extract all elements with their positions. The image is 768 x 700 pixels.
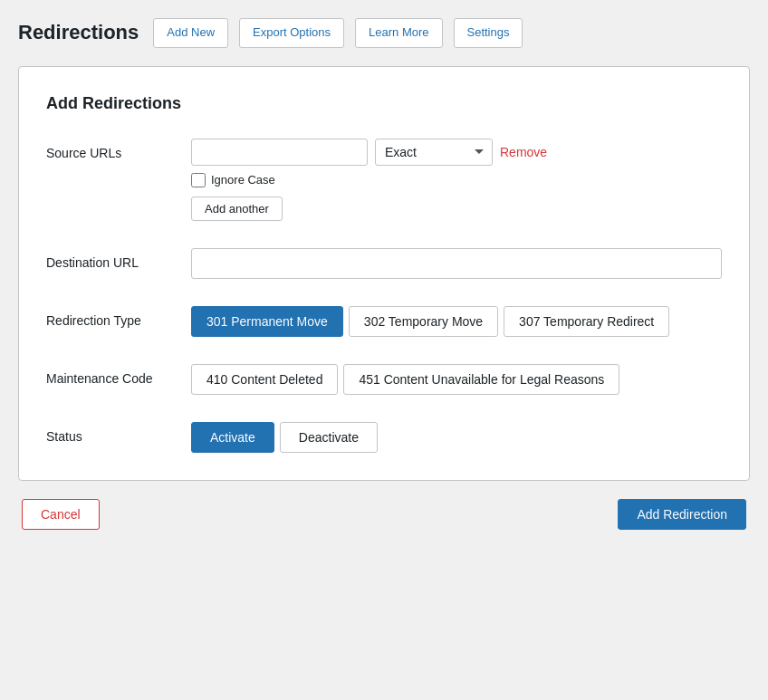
status-label: Status [46, 422, 191, 444]
maintenance-btn-451[interactable]: 451 Content Unavailable for Legal Reason… [343, 364, 619, 395]
add-redirection-button[interactable]: Add Redirection [618, 499, 746, 530]
maintenance-code-control: 410 Content Deleted 451 Content Unavaila… [191, 364, 722, 395]
redirection-type-btn-group: 301 Permanent Move 302 Temporary Move 30… [191, 306, 722, 337]
ignore-case-label[interactable]: Ignore Case [211, 173, 275, 187]
add-redirections-card: Add Redirections Source URLs Exact Regex… [18, 66, 750, 481]
add-new-button[interactable]: Add New [153, 18, 228, 48]
add-another-button[interactable]: Add another [191, 197, 283, 221]
maintenance-code-label: Maintenance Code [46, 364, 191, 386]
card-title: Add Redirections [46, 94, 722, 113]
deactivate-button[interactable]: Deactivate [280, 422, 378, 453]
maintenance-btn-410[interactable]: 410 Content Deleted [191, 364, 338, 395]
cancel-button[interactable]: Cancel [22, 499, 100, 530]
status-row: Status Activate Deactivate [46, 422, 722, 453]
page-title: Redirections [18, 21, 139, 44]
settings-button[interactable]: Settings [454, 18, 523, 48]
redirection-type-row: Redirection Type 301 Permanent Move 302 … [46, 306, 722, 337]
status-control: Activate Deactivate [191, 422, 722, 453]
source-urls-label: Source URLs [46, 139, 191, 160]
destination-url-control [191, 248, 722, 279]
export-options-button[interactable]: Export Options [239, 18, 344, 48]
type-btn-307[interactable]: 307 Temporary Redirect [504, 306, 669, 337]
source-urls-control: Exact Regex Contains Remove Ignore Case … [191, 139, 722, 221]
destination-url-row: Destination URL [46, 248, 722, 279]
source-urls-row: Source URLs Exact Regex Contains Remove … [46, 139, 722, 221]
match-type-select[interactable]: Exact Regex Contains [375, 139, 493, 166]
remove-link[interactable]: Remove [500, 145, 547, 159]
maintenance-code-row: Maintenance Code 410 Content Deleted 451… [46, 364, 722, 395]
learn-more-button[interactable]: Learn More [355, 18, 442, 48]
source-url-input-row: Exact Regex Contains Remove [191, 139, 722, 166]
destination-url-input[interactable] [191, 248, 722, 279]
type-btn-301[interactable]: 301 Permanent Move [191, 306, 343, 337]
footer-actions: Cancel Add Redirection [18, 499, 750, 530]
redirection-type-label: Redirection Type [46, 306, 191, 328]
status-btn-group: Activate Deactivate [191, 422, 722, 453]
maintenance-code-btn-group: 410 Content Deleted 451 Content Unavaila… [191, 364, 722, 395]
activate-button[interactable]: Activate [191, 422, 274, 453]
destination-url-label: Destination URL [46, 248, 191, 270]
ignore-case-checkbox[interactable] [191, 173, 206, 187]
redirection-type-control: 301 Permanent Move 302 Temporary Move 30… [191, 306, 722, 337]
type-btn-302[interactable]: 302 Temporary Move [349, 306, 498, 337]
ignore-case-row: Ignore Case [191, 173, 722, 187]
source-url-input[interactable] [191, 139, 368, 166]
